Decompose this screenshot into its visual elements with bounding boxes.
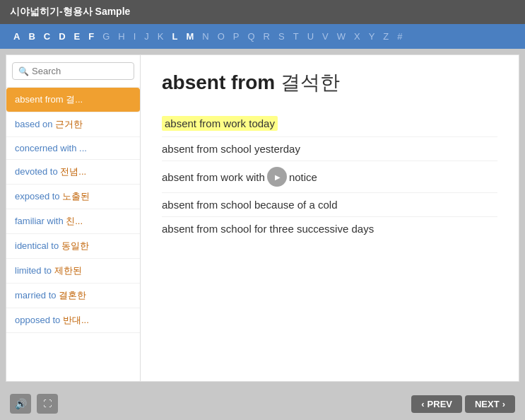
- next-label: NEXT: [475, 399, 500, 409]
- alpha-letter-m[interactable]: M: [182, 30, 197, 43]
- word-item[interactable]: exposed to 노출된: [6, 185, 140, 209]
- examples-list: absent from work todayabsent from school…: [162, 110, 497, 240]
- word-item[interactable]: identical to 동일한: [6, 234, 140, 259]
- word-korean: 노출된: [62, 191, 90, 202]
- word-korean: 결...: [66, 94, 83, 105]
- alpha-letter-v[interactable]: V: [319, 30, 332, 43]
- word-item[interactable]: absent from 결...: [6, 88, 140, 112]
- bottom-left: 🔊 ⛶: [10, 394, 58, 414]
- word-english: familiar with: [15, 216, 64, 226]
- bottom-bar: 🔊 ⛶ ‹ PREV NEXT ›: [0, 387, 525, 420]
- search-input[interactable]: [32, 66, 128, 76]
- word-korean: 결혼한: [59, 290, 86, 301]
- alpha-letter-#[interactable]: #: [394, 30, 406, 43]
- detail-title: absent from 결석한: [162, 69, 497, 96]
- word-item[interactable]: based on 근거한: [6, 112, 140, 137]
- next-button[interactable]: NEXT ›: [465, 395, 515, 413]
- prev-label: PREV: [427, 399, 452, 409]
- word-item[interactable]: devoted to 전념...: [6, 160, 140, 185]
- word-english: opposed to: [15, 315, 60, 325]
- word-english: devoted to: [15, 166, 58, 177]
- word-english: limited to: [15, 265, 52, 276]
- alpha-letter-d[interactable]: D: [55, 30, 69, 43]
- word-english: concerned with ...: [15, 143, 87, 153]
- word-item[interactable]: concerned with ...: [6, 137, 140, 160]
- play-button[interactable]: [267, 167, 287, 187]
- word-korean: 반대...: [63, 315, 89, 325]
- word-korean: 전념...: [60, 166, 86, 177]
- search-icon: 🔍: [18, 66, 29, 76]
- detail-title-korean: 결석한: [281, 71, 340, 93]
- main-content: 🔍 absent from 결...based on 근거한concerned …: [6, 54, 519, 382]
- alpha-letter-y[interactable]: Y: [365, 30, 379, 43]
- prev-chevron-icon: ‹: [421, 399, 424, 409]
- example-item: absent from school yesterday: [162, 137, 497, 161]
- word-english: exposed to: [15, 191, 60, 202]
- fullscreen-button[interactable]: ⛶: [37, 394, 58, 414]
- word-korean: 제한된: [54, 265, 82, 276]
- detail-title-english: absent from: [162, 71, 275, 93]
- detail-panel: absent from 결석한 absent from work todayab…: [141, 55, 519, 381]
- example-text-after: notice: [289, 171, 317, 183]
- alpha-letter-g[interactable]: G: [99, 30, 113, 43]
- alpha-letter-t[interactable]: T: [290, 30, 302, 43]
- alpha-letter-f[interactable]: F: [85, 30, 98, 43]
- alpha-letter-j[interactable]: J: [141, 30, 153, 43]
- alphabet-nav: ABCDEFGHIJKLMNOPQRSTUVWXYZ#: [0, 24, 525, 49]
- alpha-letter-p[interactable]: P: [230, 30, 243, 43]
- word-item[interactable]: familiar with 친...: [6, 209, 140, 234]
- word-item[interactable]: opposed to 반대...: [6, 308, 140, 333]
- alpha-letter-z[interactable]: Z: [379, 30, 392, 43]
- word-list: absent from 결...based on 근거한concerned wi…: [6, 88, 140, 381]
- example-item: absent from work with notice: [162, 161, 497, 193]
- title-bar: 시야넓히기-형용사 Sample: [0, 0, 525, 24]
- example-text: absent from school yesterday: [162, 143, 300, 155]
- example-item: absent from school because of a cold: [162, 193, 497, 217]
- word-english: married to: [15, 290, 57, 301]
- search-input-container[interactable]: 🔍: [12, 62, 134, 80]
- word-english: based on: [15, 119, 53, 129]
- search-box-wrapper: 🔍: [6, 55, 140, 88]
- example-item: absent from school for three successive …: [162, 217, 497, 240]
- prev-button[interactable]: ‹ PREV: [411, 395, 462, 413]
- sidebar: 🔍 absent from 결...based on 근거한concerned …: [6, 55, 141, 381]
- example-text: absent from school because of a cold: [162, 199, 337, 211]
- alpha-letter-q[interactable]: Q: [244, 30, 258, 43]
- speaker-button[interactable]: 🔊: [10, 394, 31, 414]
- word-item[interactable]: married to 결혼한: [6, 284, 140, 308]
- example-text: absent from school for three successive …: [162, 223, 374, 235]
- word-english: identical to: [15, 240, 59, 251]
- app-title: 시야넓히기-형용사 Sample: [10, 6, 130, 17]
- word-korean: 친...: [66, 216, 83, 226]
- word-english: absent from: [15, 94, 64, 105]
- alpha-letter-w[interactable]: W: [334, 30, 349, 43]
- nav-buttons: ‹ PREV NEXT ›: [411, 395, 515, 413]
- word-korean: 동일한: [61, 240, 89, 251]
- alpha-letter-n[interactable]: N: [199, 30, 212, 43]
- alpha-letter-h[interactable]: H: [114, 30, 128, 43]
- alpha-letter-a[interactable]: A: [10, 30, 23, 43]
- alpha-letter-b[interactable]: B: [25, 30, 38, 43]
- alpha-letter-c[interactable]: C: [40, 30, 54, 43]
- alpha-letter-r[interactable]: R: [260, 30, 273, 43]
- alpha-letter-o[interactable]: O: [214, 30, 228, 43]
- example-text-highlighted: absent from work today: [162, 116, 278, 131]
- alpha-letter-x[interactable]: X: [350, 30, 364, 43]
- alpha-letter-l[interactable]: L: [169, 30, 182, 43]
- alpha-letter-u[interactable]: U: [304, 30, 317, 43]
- alpha-letter-i[interactable]: I: [130, 30, 140, 43]
- example-item: absent from work today: [162, 110, 497, 137]
- alpha-letter-s[interactable]: S: [275, 30, 288, 43]
- example-text-before: absent from work with: [162, 171, 265, 183]
- word-korean: 근거한: [55, 119, 83, 129]
- word-item[interactable]: limited to 제한된: [6, 259, 140, 284]
- alpha-letter-k[interactable]: K: [154, 30, 167, 43]
- next-chevron-icon: ›: [502, 399, 505, 409]
- alpha-letter-e[interactable]: E: [71, 30, 84, 43]
